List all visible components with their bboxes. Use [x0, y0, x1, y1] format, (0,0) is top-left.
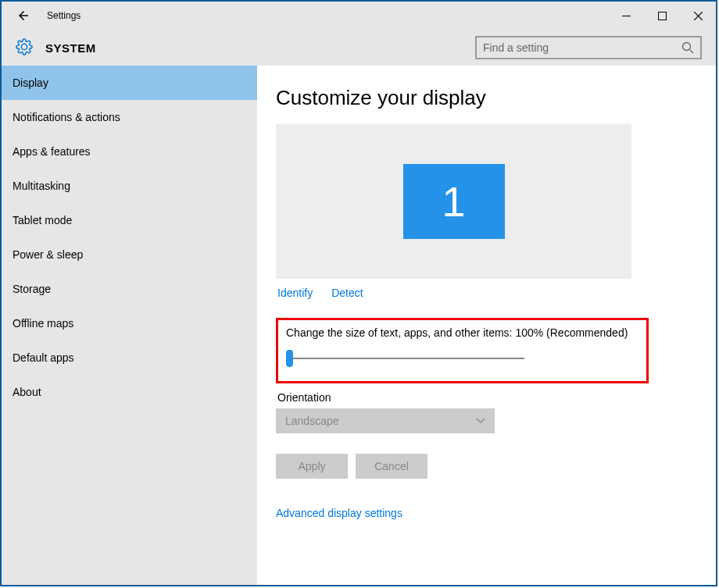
back-button[interactable] [13, 5, 34, 27]
maximize-icon [658, 12, 667, 20]
sidebar-item-label: Default apps [13, 351, 74, 364]
sidebar-item-notifications[interactable]: Notifications & actions [2, 100, 257, 134]
minimize-button[interactable] [608, 4, 644, 27]
scale-highlight: Change the size of text, apps, and other… [276, 318, 649, 383]
slider-track [286, 358, 524, 359]
sidebar-item-label: Display [13, 77, 48, 89]
sidebar-item-storage[interactable]: Storage [2, 272, 257, 306]
sidebar: Display Notifications & actions Apps & f… [2, 66, 257, 585]
slider-thumb[interactable] [286, 350, 293, 367]
sidebar-item-about[interactable]: About [2, 375, 257, 409]
advanced-display-settings-link[interactable]: Advanced display settings [276, 507, 689, 519]
orientation-dropdown[interactable]: Landscape [276, 408, 495, 433]
sidebar-item-apps[interactable]: Apps & features [2, 134, 257, 169]
arrow-left-icon [16, 9, 30, 23]
svg-line-3 [690, 50, 694, 54]
minimize-icon [622, 12, 631, 20]
svg-rect-0 [622, 16, 631, 16]
detect-link[interactable]: Detect [331, 287, 363, 299]
sidebar-item-label: Offline maps [13, 317, 73, 330]
apply-button[interactable]: Apply [276, 454, 348, 479]
window-title: Settings [47, 10, 80, 21]
content-area: Customize your display 1 Identify Detect… [257, 66, 716, 585]
scale-label: Change the size of text, apps, and other… [286, 326, 639, 339]
sidebar-item-default-apps[interactable]: Default apps [2, 340, 257, 375]
page-title: Customize your display [276, 86, 689, 110]
sidebar-item-label: About [13, 386, 41, 398]
search-box[interactable] [475, 36, 702, 59]
header: SYSTEM [2, 30, 716, 66]
monitor-preview[interactable]: 1 [276, 124, 631, 279]
close-icon [694, 12, 703, 20]
titlebar: Settings [2, 2, 716, 30]
cancel-button[interactable]: Cancel [356, 454, 427, 479]
sidebar-item-multitasking[interactable]: Multitasking [2, 169, 257, 203]
chevron-down-icon [476, 418, 485, 424]
sidebar-item-label: Notifications & actions [13, 111, 120, 123]
maximize-button[interactable] [644, 4, 680, 27]
close-button[interactable] [680, 4, 716, 27]
orientation-label: Orientation [277, 391, 689, 404]
monitor-1[interactable]: 1 [403, 164, 505, 239]
scale-slider[interactable] [286, 350, 524, 367]
sidebar-item-display[interactable]: Display [2, 66, 257, 100]
search-icon [681, 41, 694, 54]
system-heading: SYSTEM [45, 41, 96, 55]
sidebar-item-offline-maps[interactable]: Offline maps [2, 306, 257, 340]
svg-point-2 [683, 43, 691, 51]
search-input[interactable] [483, 41, 681, 54]
svg-rect-1 [658, 12, 666, 20]
orientation-value: Landscape [285, 415, 339, 427]
sidebar-item-label: Apps & features [13, 145, 91, 158]
identify-link[interactable]: Identify [277, 287, 313, 299]
sidebar-item-label: Storage [13, 283, 51, 295]
sidebar-item-label: Power & sleep [13, 248, 83, 261]
sidebar-item-label: Tablet mode [13, 214, 72, 226]
sidebar-item-label: Multitasking [13, 180, 70, 192]
sidebar-item-tablet[interactable]: Tablet mode [2, 203, 257, 237]
sidebar-item-power[interactable]: Power & sleep [2, 237, 257, 272]
gear-icon [16, 38, 34, 57]
